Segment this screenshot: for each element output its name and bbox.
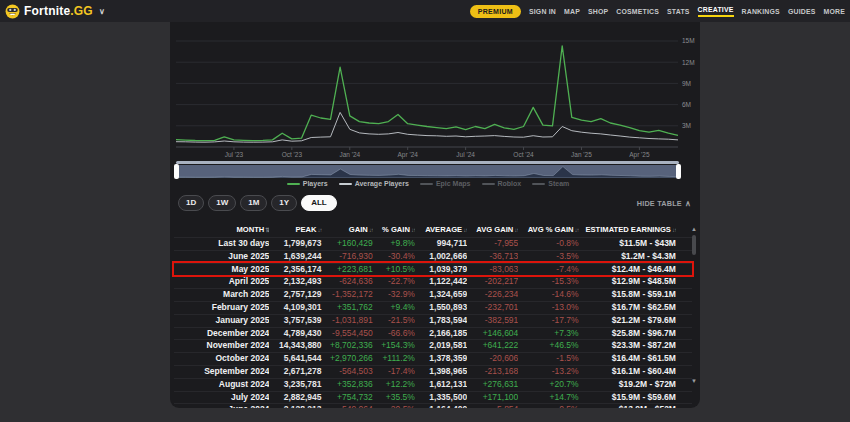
month-cell: November 2024 <box>176 340 269 352</box>
legend-item-epic-maps[interactable]: Epic Maps <box>420 180 471 187</box>
table-row-june-2024[interactable]: June 20242,128,213-549,064-20.5%1,164,40… <box>174 403 692 408</box>
table-row-november-2024[interactable]: November 202414,343,880+8,702,336+154.3%… <box>174 339 692 352</box>
nav-item-map[interactable]: MAP <box>564 8 580 15</box>
nav-item-more[interactable]: MORE <box>824 8 845 15</box>
nav-item-shop[interactable]: SHOP <box>588 8 608 15</box>
legend-dash-icon <box>420 183 433 185</box>
chart-range-navigator[interactable] <box>176 161 679 179</box>
earnings-cell: $23.3M - $87.2M <box>579 340 676 352</box>
gain-pct-cell: +35.5% <box>373 392 415 404</box>
table-row-january-2025[interactable]: January 20253,757,539-1,031,891-21.5%1,7… <box>174 314 692 327</box>
column-header--gain[interactable]: % GAIN↓↑ <box>373 222 415 237</box>
gain-cell: -9,554,450 <box>322 328 373 340</box>
column-header-avg-gain[interactable]: AVG % GAIN↓↑ <box>518 222 578 237</box>
fortnite-gg-page: Fortnite.GG ∨ PREMIUM SIGN INMAPSHOPCOSM… <box>0 0 850 422</box>
gain-pct-cell: +9.8% <box>373 238 415 250</box>
table-row-december-2024[interactable]: December 20244,789,430-9,554,450-66.6%2,… <box>174 327 692 340</box>
x-axis-tick-label: Apr '24 <box>397 151 418 159</box>
navigator-track[interactable] <box>176 161 679 164</box>
column-header-month[interactable]: MONTH⇅ <box>176 222 269 237</box>
gain-cell: +160,429 <box>322 238 373 250</box>
month-cell: October 2024 <box>176 353 269 365</box>
avg-gain-pct-cell: -0.8% <box>518 238 578 250</box>
earnings-cell: $13.9M - $52M <box>579 404 676 408</box>
column-header-avg-gain[interactable]: AVG GAIN↓↑ <box>467 222 518 237</box>
legend-item-roblox[interactable]: Roblox <box>482 180 522 187</box>
table-scroll-up-icon[interactable]: ▲ <box>691 226 697 232</box>
table-row-september-2024[interactable]: September 20242,671,278-564,503-17.4%1,3… <box>174 365 692 378</box>
hide-table-button[interactable]: HIDE TABLE ∧ <box>637 199 691 208</box>
table-row-last-30-days[interactable]: Last 30 days1,799,673+160,429+9.8%994,71… <box>174 237 692 250</box>
nav-item-cosmetics[interactable]: COSMETICS <box>616 8 659 15</box>
nav-item-sign-in[interactable]: SIGN IN <box>529 8 556 15</box>
column-header-label: GAIN <box>349 225 368 234</box>
y-axis-tick-label: 9M <box>682 80 691 87</box>
nav-item-creative[interactable]: CREATIVE <box>698 6 734 17</box>
table-scroll-down-icon[interactable]: ▼ <box>691 378 697 384</box>
column-header-gain[interactable]: GAIN↓↑ <box>322 222 373 237</box>
average-cell: 1,550,893 <box>415 302 467 314</box>
table-scrollbar-thumb[interactable] <box>692 235 696 255</box>
fortnitegg-logo-icon <box>5 4 20 19</box>
earnings-cell: $11.5M - $43M <box>579 238 676 250</box>
gain-pct-cell: +111.2% <box>373 353 415 365</box>
avg-gain-cell: +146,604 <box>467 328 518 340</box>
month-cell: June 2025 <box>176 251 269 263</box>
table-row-march-2025[interactable]: March 20252,757,129-1,352,172-32.9%1,324… <box>174 288 692 301</box>
peak-cell: 1,639,244 <box>269 251 321 263</box>
range-button-all[interactable]: ALL <box>301 195 337 211</box>
average-cell: 1,122,442 <box>415 276 467 288</box>
navigator-band[interactable] <box>176 165 679 178</box>
average-cell: 1,378,359 <box>415 353 467 365</box>
chart-controls: 1D1W1M1YALL HIDE TABLE ∧ <box>178 194 691 212</box>
table-row-august-2024[interactable]: August 20243,235,781+352,836+12.2%1,612,… <box>174 378 692 391</box>
legend-item-steam[interactable]: Steam <box>532 180 569 187</box>
avg-gain-pct-cell: -15.3% <box>518 276 578 288</box>
peak-cell: 2,757,129 <box>269 289 321 301</box>
table-row-july-2024[interactable]: July 20242,882,945+754,732+35.5%1,335,50… <box>174 391 692 404</box>
legend-item-average-players[interactable]: Average Players <box>339 180 409 187</box>
navigator-handle-left[interactable] <box>174 164 179 179</box>
earnings-cell: $12.9M - $48.5M <box>579 276 676 288</box>
site-logo[interactable]: Fortnite.GG ∨ <box>5 4 105 19</box>
range-button-1d[interactable]: 1D <box>178 195 204 211</box>
gain-pct-cell: -20.5% <box>373 404 415 408</box>
month-cell: December 2024 <box>176 328 269 340</box>
avg-gain-cell: -7,955 <box>467 238 518 250</box>
table-row-october-2024[interactable]: October 20245,641,544+2,970,266+111.2%1,… <box>174 352 692 365</box>
avg-gain-cell: -382,591 <box>467 315 518 327</box>
avg-gain-pct-cell: -13.2% <box>518 366 578 378</box>
nav-item-stats[interactable]: STATS <box>667 8 690 15</box>
legend-label: Epic Maps <box>436 180 471 187</box>
premium-button[interactable]: PREMIUM <box>470 5 521 18</box>
peak-cell: 5,641,544 <box>269 353 321 365</box>
avg-gain-cell: -232,701 <box>467 302 518 314</box>
avg-gain-pct-cell: +46.5% <box>518 340 578 352</box>
range-button-1y[interactable]: 1Y <box>271 195 297 211</box>
legend-item-players[interactable]: Players <box>287 180 328 187</box>
stats-table: MONTH⇅PEAK↓↑GAIN↓↑% GAIN↓↑AVERAGE↓↑AVG G… <box>174 222 692 408</box>
table-row-february-2025[interactable]: February 20254,109,301+351,762+9.4%1,550… <box>174 301 692 314</box>
legend-label: Players <box>303 180 328 187</box>
earnings-cell: $16.7M - $62.5M <box>579 302 676 314</box>
column-header-peak[interactable]: PEAK↓↑ <box>269 222 321 237</box>
column-header-estimated-earnings[interactable]: ESTIMATED EARNINGS↓↑ <box>579 222 676 237</box>
table-row-may-2025[interactable]: May 20252,356,174+223,681+10.5%1,039,379… <box>174 263 692 276</box>
range-button-1w[interactable]: 1W <box>208 195 236 211</box>
player-count-chart: 3M6M9M12M15MJul '23Oct '23Jan '24Apr '24… <box>170 22 700 162</box>
avg-gain-cell: -226,234 <box>467 289 518 301</box>
range-button-1m[interactable]: 1M <box>240 195 267 211</box>
average-cell: 1,612,131 <box>415 379 467 391</box>
nav-item-guides[interactable]: GUIDES <box>788 8 816 15</box>
table-row-june-2025[interactable]: June 20251,639,244-716,930-30.4%1,002,66… <box>174 250 692 263</box>
month-cell: February 2025 <box>176 302 269 314</box>
navigator-handle-right[interactable] <box>676 164 681 179</box>
peak-cell: 14,343,880 <box>269 340 321 352</box>
gain-cell: +351,762 <box>322 302 373 314</box>
nav-item-rankings[interactable]: RANKINGS <box>742 8 780 15</box>
avg-gain-cell: -83,063 <box>467 264 518 276</box>
average-cell: 1,398,965 <box>415 366 467 378</box>
table-row-april-2025[interactable]: April 20252,132,493-624,636-22.7%1,122,4… <box>174 275 692 288</box>
column-header-average[interactable]: AVERAGE↓↑ <box>415 222 467 237</box>
column-header-label: AVERAGE <box>425 225 462 234</box>
